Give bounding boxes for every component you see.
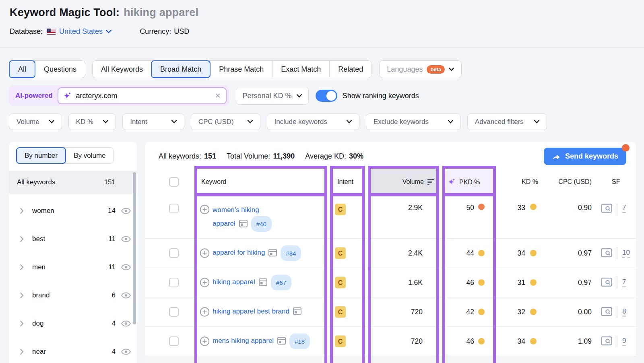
row-checkbox[interactable] xyxy=(169,336,179,346)
row-checkbox[interactable] xyxy=(169,248,179,258)
tab-by-volume[interactable]: By volume xyxy=(66,148,113,163)
personal-kd-dropdown[interactable]: Personal KD % xyxy=(236,87,309,105)
exclude-keywords-filter[interactable]: Exclude keywords xyxy=(366,113,461,130)
keyword-link[interactable]: hiking apparel xyxy=(213,278,255,286)
ranking-badge[interactable]: #40 xyxy=(251,216,272,232)
eye-icon[interactable] xyxy=(121,207,131,214)
intent-filter[interactable]: Intent xyxy=(122,113,184,130)
ranking-badge[interactable]: #84 xyxy=(281,245,301,261)
row-checkbox[interactable] xyxy=(169,307,179,317)
keyword-link[interactable]: hiking apparel best brand xyxy=(213,307,289,315)
sidebar-item-all-keywords[interactable]: All keywords 151 xyxy=(9,171,137,194)
serp-preview-icon[interactable] xyxy=(601,204,613,214)
ranking-badge[interactable]: #67 xyxy=(271,275,291,291)
sidebar-group-dog[interactable]: dog 4 xyxy=(9,309,137,338)
intent-badge: C xyxy=(335,336,346,347)
tab-related[interactable]: Related xyxy=(329,61,372,78)
sidebar-group-men[interactable]: men 11 xyxy=(9,253,137,281)
column-header-sf[interactable]: SF xyxy=(612,178,620,186)
cpc-filter[interactable]: CPC (USD) xyxy=(191,113,260,130)
chevron-right-icon[interactable] xyxy=(20,236,24,242)
advanced-filters[interactable]: Advanced filters xyxy=(467,113,547,130)
column-header-pkd[interactable]: PKD % xyxy=(448,178,480,186)
column-header-keyword[interactable]: Keyword xyxy=(201,178,226,186)
kd-filter[interactable]: KD % xyxy=(68,113,116,130)
sidebar-group-brand[interactable]: brand 6 xyxy=(9,281,137,309)
kd-value: 31 xyxy=(518,278,525,287)
serp-features-icon[interactable] xyxy=(268,248,277,260)
intent-badge: C xyxy=(335,306,346,318)
sparkle-icon xyxy=(448,178,456,186)
tab-all[interactable]: All xyxy=(9,60,35,78)
sf-link[interactable]: 10 xyxy=(622,249,630,258)
serp-preview-icon[interactable] xyxy=(601,336,613,346)
sidebar-group-women[interactable]: women 14 xyxy=(9,197,137,225)
tab-exact-match[interactable]: Exact Match xyxy=(272,61,329,78)
chevron-right-icon[interactable] xyxy=(20,349,24,355)
keyword-link[interactable]: apparel for hiking xyxy=(213,249,265,256)
volume-value: 720 xyxy=(411,337,423,346)
serp-features-icon[interactable] xyxy=(239,219,248,231)
add-keyword-icon[interactable] xyxy=(200,336,210,346)
chevron-right-icon[interactable] xyxy=(20,321,24,327)
pkd-value: 50 xyxy=(466,204,474,212)
page-title-prefix: Keyword Magic Tool: xyxy=(10,6,120,19)
ranking-badge[interactable]: #18 xyxy=(289,334,310,349)
sf-link[interactable]: 9 xyxy=(622,337,626,346)
sidebar-group-best[interactable]: best 11 xyxy=(9,225,137,253)
column-header-cpc[interactable]: CPC (USD) xyxy=(558,178,592,186)
eye-icon[interactable] xyxy=(121,292,131,299)
search-input[interactable]: arcteryx.com ✕ xyxy=(58,87,227,104)
column-header-volume[interactable]: Volume xyxy=(402,178,434,186)
serp-preview-icon[interactable] xyxy=(601,307,613,317)
database-selector[interactable]: United States xyxy=(59,27,103,36)
table-row: mens hiking apparel#18 C 720 46 34 1.09 … xyxy=(145,326,636,356)
serp-features-icon[interactable] xyxy=(277,336,286,349)
clear-search-icon[interactable]: ✕ xyxy=(215,91,221,100)
chevron-right-icon[interactable] xyxy=(20,208,24,214)
intent-badge: C xyxy=(335,204,346,215)
include-keywords-filter[interactable]: Include keywords xyxy=(267,113,359,130)
show-ranking-keywords-toggle[interactable] xyxy=(316,90,337,102)
tab-all-keywords[interactable]: All Keywords xyxy=(93,61,151,78)
column-header-intent[interactable]: Intent xyxy=(337,178,353,186)
eye-icon[interactable] xyxy=(121,264,131,271)
select-all-checkbox[interactable] xyxy=(169,177,179,187)
chevron-right-icon[interactable] xyxy=(20,264,24,270)
tab-questions[interactable]: Questions xyxy=(35,61,85,78)
keyword-link[interactable]: mens hiking apparel xyxy=(213,337,274,344)
add-keyword-icon[interactable] xyxy=(200,204,210,214)
volume-filter[interactable]: Volume xyxy=(9,113,62,130)
row-checkbox[interactable] xyxy=(169,278,179,287)
chevron-down-icon[interactable] xyxy=(106,30,111,33)
languages-dropdown[interactable]: Languages beta xyxy=(379,60,462,78)
volume-value: 720 xyxy=(411,308,423,316)
eye-icon[interactable] xyxy=(121,348,131,355)
add-keyword-icon[interactable] xyxy=(200,307,210,317)
sf-link[interactable]: 8 xyxy=(622,307,626,317)
serp-features-icon[interactable] xyxy=(293,307,301,319)
ai-powered-label: AI-powered xyxy=(15,92,53,100)
chevron-down-icon xyxy=(49,120,54,124)
sf-link[interactable]: 7 xyxy=(622,204,626,213)
serp-preview-icon[interactable] xyxy=(601,248,613,258)
send-keywords-button[interactable]: Send keywords xyxy=(544,148,626,165)
row-checkbox[interactable] xyxy=(169,204,179,213)
chevron-right-icon[interactable] xyxy=(20,293,24,299)
tab-by-number[interactable]: By number xyxy=(16,147,66,164)
sf-link[interactable]: 7 xyxy=(622,278,626,287)
eye-icon[interactable] xyxy=(121,320,131,327)
add-keyword-icon[interactable] xyxy=(200,278,210,288)
tab-broad-match[interactable]: Broad Match xyxy=(151,60,211,78)
sidebar-group-near[interactable]: near 4 xyxy=(9,338,137,363)
eye-icon[interactable] xyxy=(121,235,131,243)
tab-phrase-match[interactable]: Phrase Match xyxy=(210,61,272,78)
pkd-value: 46 xyxy=(466,337,474,346)
kd-dot xyxy=(530,338,537,344)
serp-features-icon[interactable] xyxy=(259,277,267,290)
currency-value: USD xyxy=(174,27,189,36)
add-keyword-icon[interactable] xyxy=(200,248,210,258)
column-header-kd[interactable]: KD % xyxy=(522,178,538,186)
kd-dot xyxy=(530,279,537,286)
serp-preview-icon[interactable] xyxy=(601,278,613,288)
